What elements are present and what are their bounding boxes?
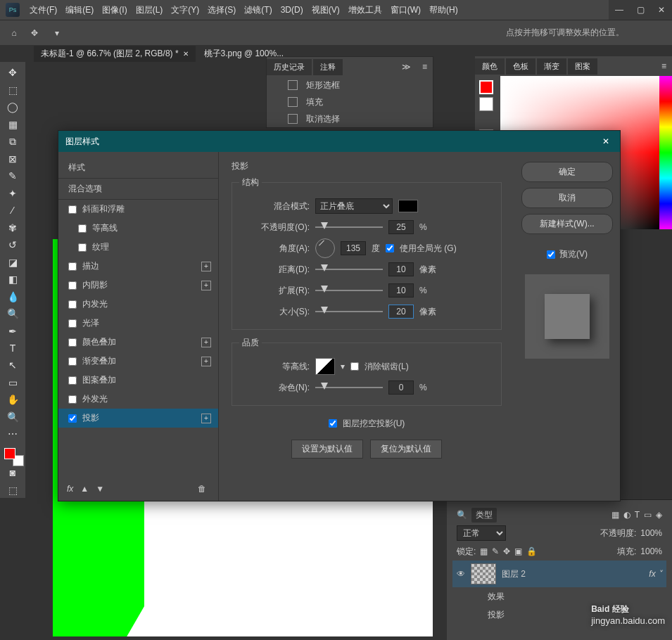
filter-smart-icon[interactable]: ◈ (656, 510, 662, 520)
color-swatch[interactable] (4, 448, 21, 463)
notes-tab[interactable]: 注释 (313, 59, 343, 75)
fg-color-swatch[interactable] (479, 80, 493, 94)
menu-window[interactable]: 窗口(W) (386, 4, 425, 16)
add-effect-icon[interactable]: + (201, 262, 211, 271)
style-checkbox[interactable] (68, 205, 77, 214)
close-icon[interactable]: ✕ (183, 50, 189, 58)
angle-dial[interactable] (315, 238, 335, 258)
menu-select[interactable]: 选择(S) (203, 4, 240, 16)
blending-options-header[interactable]: 混合选项 (58, 179, 218, 200)
close-button[interactable]: ✕ (651, 0, 672, 20)
home-icon[interactable]: ⌂ (6, 25, 23, 41)
ok-button[interactable]: 确定 (521, 162, 613, 182)
history-tab[interactable]: 历史记录 (267, 59, 312, 75)
antialias-checkbox[interactable] (350, 362, 359, 371)
dodge-tool-icon[interactable]: 🔍 (4, 306, 21, 321)
quickmask-icon[interactable]: ◙ (4, 465, 21, 480)
menu-file[interactable]: 文件(F) (25, 4, 61, 16)
add-effect-icon[interactable]: + (201, 414, 211, 423)
lasso-tool-icon[interactable]: ◯ (4, 99, 21, 115)
blend-mode-select[interactable]: 正片叠底 (315, 198, 393, 214)
menu-edit[interactable]: 编辑(E) (61, 4, 98, 16)
style-item-内发光[interactable]: 内发光 (58, 295, 218, 314)
pen-tool-icon[interactable]: ✒ (4, 323, 21, 338)
style-checkbox[interactable] (68, 338, 77, 347)
noise-input[interactable] (388, 380, 414, 395)
down-icon[interactable]: ▼ (96, 484, 104, 494)
style-checkbox[interactable] (78, 224, 87, 233)
dropdown-icon[interactable]: ▾ (55, 28, 59, 38)
quick-select-tool-icon[interactable]: ▦ (4, 116, 21, 132)
size-slider[interactable] (315, 311, 383, 312)
marquee-tool-icon[interactable]: ⬚ (4, 82, 21, 97)
more-tools-icon[interactable]: ⋯ (4, 426, 21, 442)
eraser-tool-icon[interactable]: ◪ (4, 254, 21, 269)
trash-icon[interactable]: 🗑 (198, 484, 206, 494)
style-checkbox[interactable] (68, 281, 77, 290)
distance-input[interactable] (388, 262, 414, 276)
swatches-tab[interactable]: 色板 (506, 58, 535, 75)
style-checkbox[interactable] (68, 319, 77, 328)
opacity-input[interactable] (388, 220, 414, 234)
filter-type[interactable]: 类型 (471, 508, 497, 523)
up-icon[interactable]: ▲ (80, 484, 89, 494)
crop-tool-icon[interactable]: ⧉ (4, 134, 21, 149)
add-effect-icon[interactable]: + (201, 281, 211, 290)
brush-tool-icon[interactable]: ∕ (4, 203, 21, 218)
layer-thumbnail[interactable] (471, 563, 496, 584)
move-tool-icon[interactable]: ✥ (31, 28, 38, 38)
blend-mode-select[interactable]: 正常 (457, 525, 506, 541)
style-item-图案叠加[interactable]: 图案叠加 (58, 371, 218, 390)
minimize-button[interactable]: — (609, 0, 630, 20)
zoom-tool-icon[interactable]: 🔍 (4, 409, 21, 425)
style-checkbox[interactable] (68, 395, 77, 404)
lock-move-icon[interactable]: ✥ (503, 546, 510, 556)
distance-slider[interactable] (315, 269, 383, 270)
layer-name[interactable]: 图层 2 (502, 568, 526, 580)
style-checkbox[interactable] (68, 376, 77, 385)
noise-slider[interactable] (315, 387, 383, 388)
lock-artboard-icon[interactable]: ▣ (514, 546, 522, 556)
contour-picker[interactable] (315, 358, 335, 375)
history-item[interactable]: 矩形选框 (267, 77, 433, 94)
rectangle-tool-icon[interactable]: ▭ (4, 375, 21, 390)
shadow-color-swatch[interactable] (398, 200, 418, 212)
lock-pixels-icon[interactable]: ▦ (480, 546, 488, 556)
menu-filter[interactable]: 滤镜(T) (240, 4, 276, 16)
style-item-外发光[interactable]: 外发光 (58, 390, 218, 409)
dialog-titlebar[interactable]: 图层样式 ✕ (58, 131, 620, 152)
style-item-渐变叠加[interactable]: 渐变叠加+ (58, 352, 218, 371)
filter-pixel-icon[interactable]: ▦ (611, 510, 619, 520)
style-item-等高线[interactable]: 等高线 (58, 219, 218, 238)
spread-slider[interactable] (315, 290, 383, 291)
panel-menu-icon[interactable]: ≡ (656, 61, 672, 71)
type-tool-icon[interactable]: T (4, 340, 21, 356)
screenmode-icon[interactable]: ⬚ (4, 482, 21, 498)
menu-help[interactable]: 帮助(H) (425, 4, 462, 16)
style-checkbox[interactable] (68, 357, 77, 366)
style-checkbox[interactable] (78, 243, 87, 252)
clone-tool-icon[interactable]: ✾ (4, 219, 21, 235)
style-item-内阴影[interactable]: 内阴影+ (58, 276, 218, 295)
effect-item[interactable]: 投影 (488, 609, 505, 621)
bg-color-swatch[interactable] (479, 97, 493, 111)
gradients-tab[interactable]: 渐变 (537, 58, 566, 75)
menu-image[interactable]: 图像(I) (98, 4, 131, 16)
panel-menu-icon[interactable]: ≡ (417, 62, 433, 72)
cancel-button[interactable]: 取消 (521, 188, 613, 208)
document-tab-1[interactable]: 未标题-1 @ 66.7% (图层 2, RGB/8) *✕ (34, 46, 196, 62)
menu-view[interactable]: 视图(V) (308, 4, 344, 16)
global-light-checkbox[interactable] (386, 244, 394, 252)
fx-icon[interactable]: fx (67, 484, 73, 494)
dropdown-icon[interactable]: ▾ (341, 361, 345, 371)
knockout-checkbox[interactable] (329, 419, 337, 428)
lock-paint-icon[interactable]: ✎ (492, 546, 499, 556)
history-brush-icon[interactable]: ↺ (4, 237, 21, 252)
style-checkbox[interactable] (68, 300, 77, 309)
hue-slider[interactable] (659, 76, 672, 229)
make-default-button[interactable]: 设置为默认值 (291, 440, 363, 459)
blur-tool-icon[interactable]: 💧 (4, 288, 21, 304)
gradient-tool-icon[interactable]: ◧ (4, 271, 21, 287)
healing-tool-icon[interactable]: ✦ (4, 185, 21, 200)
menu-layer[interactable]: 图层(L) (132, 4, 167, 16)
